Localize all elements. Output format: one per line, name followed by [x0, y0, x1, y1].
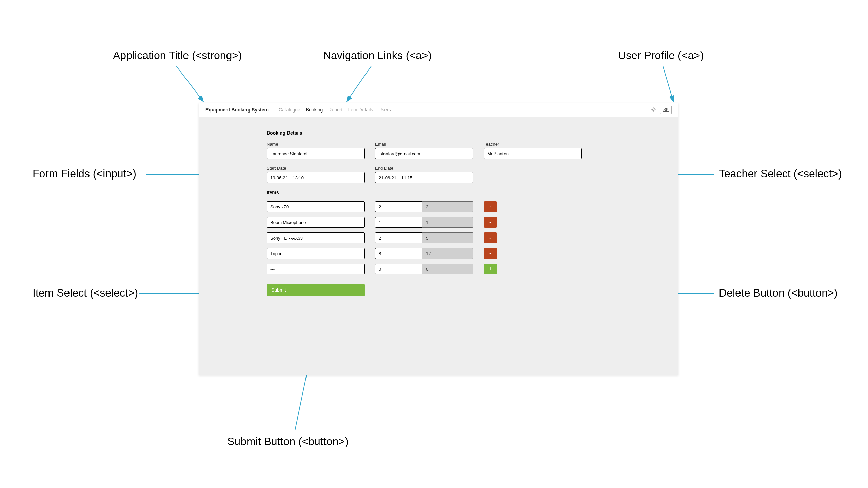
teacher-label: Teacher [484, 142, 582, 147]
nav-link-users[interactable]: Users [378, 107, 391, 113]
quantity-input[interactable] [375, 232, 422, 243]
teacher-select[interactable] [484, 148, 582, 159]
header-bar: Equipment Booking System Catalogue Booki… [199, 103, 678, 117]
available-display [422, 248, 473, 259]
email-label: Email [375, 142, 473, 147]
app-title: Equipment Booking System [205, 107, 269, 113]
start-date-input[interactable] [267, 172, 365, 183]
content-area: Booking Details Name Email Teacher Start… [199, 117, 678, 310]
quantity-input[interactable] [375, 264, 422, 274]
end-date-label: End Date [375, 166, 473, 171]
name-label: Name [267, 142, 365, 147]
available-display [422, 217, 473, 228]
sun-icon[interactable] [651, 107, 656, 113]
svg-line-2 [347, 66, 371, 102]
available-display [422, 201, 473, 212]
quantity-input[interactable] [375, 201, 422, 212]
item-select[interactable] [267, 201, 365, 212]
item-select[interactable] [267, 264, 365, 274]
item-row: - [267, 217, 611, 228]
name-input[interactable] [267, 148, 365, 159]
delete-button[interactable]: - [484, 217, 497, 228]
svg-line-15 [654, 111, 655, 111]
user-profile-badge[interactable]: SK [660, 106, 672, 114]
submit-button[interactable]: Submit [267, 284, 365, 296]
item-row: - [267, 201, 611, 212]
delete-button[interactable]: - [484, 201, 497, 212]
quantity-input[interactable] [375, 217, 422, 228]
nav-link-item-details[interactable]: Item Details [348, 107, 373, 113]
section-heading-booking-details: Booking Details [267, 130, 611, 136]
end-date-input[interactable] [375, 172, 473, 183]
item-row: + [267, 264, 611, 274]
app-window: Equipment Booking System Catalogue Booki… [199, 103, 678, 375]
item-select[interactable] [267, 232, 365, 243]
nav: Catalogue Booking Report Item Details Us… [279, 107, 391, 113]
item-row: - [267, 248, 611, 259]
svg-line-16 [652, 111, 652, 111]
section-heading-items: Items [267, 190, 611, 195]
quantity-input[interactable] [375, 248, 422, 259]
email-input[interactable] [375, 148, 473, 159]
available-display [422, 232, 473, 243]
svg-line-1 [176, 66, 203, 102]
item-select[interactable] [267, 217, 365, 228]
nav-link-report[interactable]: Report [328, 107, 342, 113]
item-select[interactable] [267, 248, 365, 259]
svg-line-17 [654, 108, 655, 108]
delete-button[interactable]: - [484, 248, 497, 259]
svg-point-9 [652, 109, 654, 110]
svg-line-14 [652, 108, 652, 108]
nav-link-catalogue[interactable]: Catalogue [279, 107, 300, 113]
nav-link-booking[interactable]: Booking [306, 107, 323, 113]
add-button[interactable]: + [484, 264, 497, 274]
available-display [422, 264, 473, 274]
svg-line-3 [663, 66, 673, 102]
delete-button[interactable]: - [484, 232, 497, 243]
item-row: - [267, 232, 611, 243]
start-date-label: Start Date [267, 166, 365, 171]
